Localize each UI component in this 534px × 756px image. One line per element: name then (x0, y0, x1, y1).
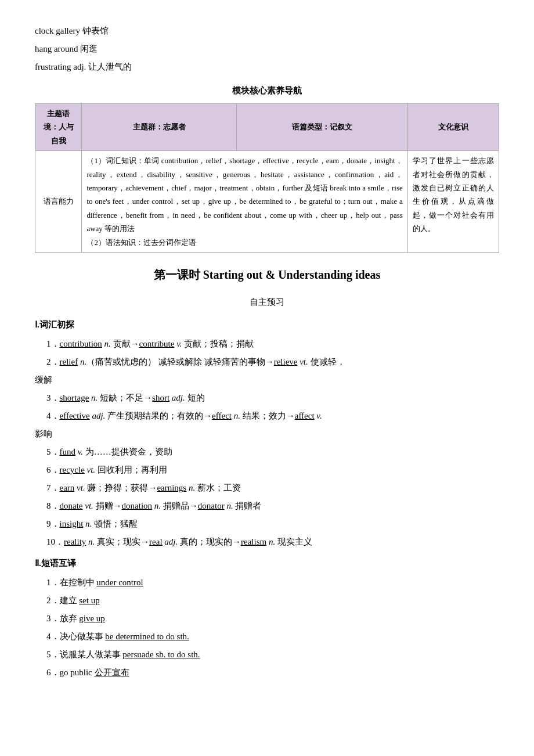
vocab-item-10: 10．reality n. 真实；现实→real adj. 真的；现实的→rea… (46, 534, 499, 550)
vocab-item-2-cont: 缓解 (35, 372, 499, 388)
phrase-item-1: 1．在控制中 under control (46, 575, 499, 591)
module-table: 主题语境：人与自我 主题群：志愿者 语篇类型：记叙文 文化意识 语言能力 （1）… (35, 103, 499, 253)
table-header-1: 主题语境：人与自我 (35, 104, 82, 151)
phrase-item-4: 4．决心做某事 be determined to do sth. (46, 629, 499, 645)
vocab-item-4-wrapper: 4．effective adj. 产生预期结果的；有效的→effect n. 结… (35, 408, 499, 442)
vocab-item-1: 1．contribution n. 贡献→contribute v. 贡献；投稿… (46, 336, 499, 352)
intro-item-4-text: clock gallery 钟表馆 (35, 26, 109, 35)
section2-label: Ⅱ.短语互译 (35, 556, 499, 571)
chapter-title-text: 第一课时 Starting out & Understanding ideas (154, 268, 381, 281)
intro-item-6-text: frustrating adj. 让人泄气的 (35, 62, 132, 71)
intro-section: clock gallery 钟表馆 hang around 闲逛 frustra… (35, 23, 499, 75)
vocab-item-3: 3．shortage n. 短缺；不足→short adj. 短的 (46, 390, 499, 406)
self-study-title: 自主预习 (35, 294, 499, 310)
table-header-2: 主题群：志愿者 (82, 104, 237, 151)
vocab-item-5: 5．fund v. 为……提供资金，资助 (46, 444, 499, 460)
intro-item-5: hang around 闲逛 (35, 41, 499, 57)
vocab-item-7: 7．earn vt. 赚；挣得；获得→earnings n. 薪水；工资 (46, 480, 499, 496)
module-table-title: 模块核心素养导航 (35, 83, 499, 99)
intro-item-6: frustrating adj. 让人泄气的 (35, 59, 499, 75)
section2-label-text: Ⅱ.短语互译 (35, 559, 76, 568)
vocab-item-6: 6．recycle vt. 回收利用；再利用 (46, 462, 499, 478)
table-cell-culture: 学习了世界上一些志愿者对社会所做的贡献，激发自已树立正确的人生价值观，从点滴做起… (407, 151, 499, 253)
section1-label: Ⅰ.词汇初探 (35, 317, 499, 333)
section1-label-text: Ⅰ.词汇初探 (35, 320, 74, 329)
table-header-3: 语篇类型：记叙文 (237, 104, 408, 151)
vocab-item-4: 4．effective adj. 产生预期结果的；有效的→effect n. 结… (46, 408, 499, 424)
vocab-item-9: 9．insight n. 顿悟；猛醒 (46, 516, 499, 532)
phrase-item-6: 6．go public 公开宣布 (46, 665, 499, 681)
vocab-item-2-wrapper: 2．relief n.（痛苦或忧虑的） 减轻或解除 减轻痛苦的事物→reliev… (35, 354, 499, 388)
table-cell-vocab-text: （1）词汇知识：单词 contribution，relief，shortage，… (86, 156, 402, 246)
table-row-label: 语言能力 (35, 151, 82, 253)
phrase-item-2: 2．建立 set up (46, 593, 499, 609)
vocab-item-8: 8．donate vt. 捐赠→donation n. 捐赠品→donator … (46, 498, 499, 514)
table-header-4: 文化意识 (407, 104, 499, 151)
table-cell-vocab: （1）词汇知识：单词 contribution，relief，shortage，… (82, 151, 407, 253)
intro-item-4: clock gallery 钟表馆 (35, 23, 499, 39)
phrase-item-5: 5．说服某人做某事 persuade sb. to do sth. (46, 647, 499, 663)
intro-item-5-text: hang around 闲逛 (35, 44, 98, 53)
chapter-title: 第一课时 Starting out & Understanding ideas (35, 264, 499, 285)
vocab-item-2: 2．relief n.（痛苦或忧虑的） 减轻或解除 减轻痛苦的事物→reliev… (46, 354, 499, 370)
vocab-item-4-cont: 影响 (35, 426, 499, 442)
phrase-item-3: 3．放弃 give up (46, 611, 499, 627)
